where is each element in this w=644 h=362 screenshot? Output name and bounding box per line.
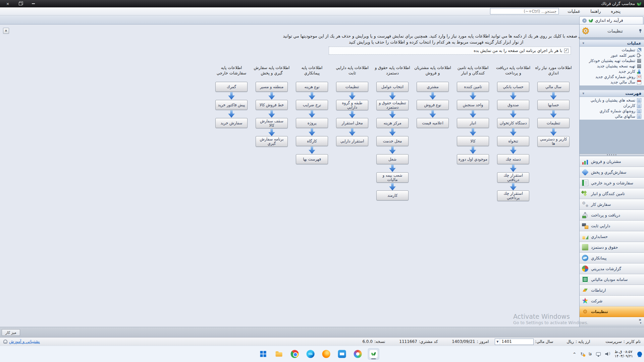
flow-button[interactable]: شغل xyxy=(376,154,409,164)
taskbar-clock[interactable]: ۰۸:۵۷ ق.ظ ۱۴۰۳/۰۹/۲۱ xyxy=(614,350,633,358)
flow-button[interactable]: دستگاه كارتخوان xyxy=(497,118,529,128)
language-indicator[interactable]: فا xyxy=(589,352,592,356)
menu-item-1[interactable]: راهنما xyxy=(590,9,601,14)
category-item[interactable]: سفارش‌گيري و پخش xyxy=(580,167,644,178)
pin-icon[interactable] xyxy=(639,29,642,33)
flow-button[interactable]: برنامه سفارش گيري xyxy=(256,136,288,147)
flow-button[interactable]: شعب بيمه و ماليات xyxy=(376,172,409,183)
menu-item-2[interactable]: عمليات xyxy=(568,9,580,14)
flow-button[interactable]: كارمند xyxy=(376,190,409,200)
nav-item[interactable]: تهيه نسخه پشتيبان جديد xyxy=(580,63,644,69)
category-item[interactable]: تامين كنندگان و انبار xyxy=(580,188,644,199)
flow-button[interactable]: نرخ ضرايب xyxy=(296,100,328,110)
category-item[interactable]: شركت xyxy=(580,296,644,306)
flow-button[interactable]: صندوق xyxy=(497,100,529,110)
taskbar-app-edge-icon[interactable] xyxy=(305,348,316,360)
flow-button[interactable]: خط فروش كالا xyxy=(256,100,288,110)
nav-item[interactable]: سالهاي مالي xyxy=(580,114,644,119)
nav-item[interactable]: كاربر جديد xyxy=(580,69,644,74)
nav-item[interactable]: كاربران xyxy=(580,103,644,108)
combo-arrow-icon[interactable]: ▼ xyxy=(495,339,500,345)
volume-icon[interactable] xyxy=(605,352,610,356)
flow-button[interactable]: دسته چك xyxy=(497,154,529,164)
flow-button[interactable]: كالا xyxy=(457,136,489,146)
flow-button[interactable]: موجودي اول دوره xyxy=(457,154,489,164)
category-item[interactable]: سفارشات و خريد خارجي xyxy=(580,178,644,188)
flow-button[interactable]: استقرار چك دريافتي xyxy=(497,172,529,183)
desk-tab[interactable]: ميز كار xyxy=(2,329,20,336)
flow-button[interactable]: واحد سنجش xyxy=(457,100,489,110)
nav-item[interactable]: روش شماره گذاري جديد xyxy=(580,74,644,79)
nav-item[interactable]: تنظيمات تهيه پشتيبان خودكار xyxy=(580,58,644,63)
flow-button[interactable]: تنظيمات xyxy=(336,82,368,92)
category-item[interactable]: ارتباطات xyxy=(580,285,644,296)
flow-button[interactable]: فهرست بها xyxy=(296,154,328,164)
flow-button[interactable]: نوع هزينه xyxy=(296,82,328,92)
flow-button[interactable]: مركز هزينه xyxy=(376,118,409,128)
search-input[interactable] xyxy=(490,8,559,14)
page-close-button[interactable]: × xyxy=(3,28,9,34)
flow-button[interactable]: پروژه xyxy=(296,118,328,128)
flow-button[interactable]: سقف سفارش كالا xyxy=(256,118,288,128)
category-selected[interactable]: تنظيمات xyxy=(580,306,644,317)
taskbar-app-chrome-icon[interactable] xyxy=(289,348,301,360)
taskbar-app-start-icon[interactable] xyxy=(258,348,269,360)
collapse-chevron-icon[interactable]: « xyxy=(582,42,585,44)
flow-button[interactable]: منطقه و مسير xyxy=(256,82,288,92)
notifications-bell-icon[interactable] xyxy=(637,352,642,356)
flow-button[interactable]: انبار xyxy=(457,118,489,128)
flow-button[interactable]: محل استقرار xyxy=(336,118,368,128)
taskbar-app-fartak-icon[interactable] xyxy=(368,348,379,360)
flow-button[interactable]: تنظيمات حقوق و دستمزد xyxy=(376,100,409,110)
taskbar-app-mail-icon[interactable] xyxy=(336,348,348,360)
flow-button[interactable]: سال مالي xyxy=(537,82,570,92)
nav-item[interactable]: نسخه هاي پشتيبان و بازيابي xyxy=(580,98,644,103)
flow-button[interactable]: محل خدمت xyxy=(376,136,409,146)
tab-setup-process[interactable]: فرآيند راه اندازي xyxy=(579,16,643,24)
flow-button[interactable]: كاربر و دسترسي ها xyxy=(537,136,570,147)
flow-button[interactable]: پيش فاكتور خريد xyxy=(215,100,248,110)
flow-button[interactable]: تنخواه xyxy=(497,136,529,146)
fiscal-year-combobox[interactable]: ▼ 1401 xyxy=(495,339,534,345)
category-item[interactable]: مشتريان و فروش xyxy=(580,156,644,167)
flow-button[interactable]: طبقه و گروه دارايي xyxy=(336,100,368,110)
flow-button[interactable]: مشتري xyxy=(417,82,449,92)
flow-button[interactable]: حساب بانكي xyxy=(497,82,529,92)
flow-button[interactable]: استقرار دارايي xyxy=(336,136,368,146)
network-icon[interactable] xyxy=(596,352,601,356)
flow-button[interactable]: اعلاميه قيمت xyxy=(417,118,449,128)
flow-button[interactable]: تنظيمات xyxy=(537,118,570,128)
show-on-startup-checkbox[interactable] xyxy=(564,49,569,53)
collapse-chevron-icon[interactable]: « xyxy=(582,92,585,94)
flow-button[interactable]: گمرك xyxy=(215,82,248,92)
support-link[interactable]: پشتيباني و آموزش xyxy=(3,339,40,344)
window-minimize-icon[interactable] xyxy=(28,1,38,6)
category-item[interactable]: حقوق و دستمزد xyxy=(580,242,644,253)
flow-button[interactable]: نوع فروش xyxy=(417,100,449,110)
category-item[interactable]: حسابداري xyxy=(580,231,644,242)
flow-button[interactable]: استقرار چك پرداختي xyxy=(497,190,529,201)
sidebar-splitter[interactable]: ••••• xyxy=(580,154,644,156)
taskbar-app-photos-icon[interactable] xyxy=(352,348,364,360)
nav-item[interactable]: سال مالي جديد xyxy=(580,79,644,85)
menu-item-0[interactable]: پنجره xyxy=(611,9,621,14)
flow-button[interactable]: انتخاب عوامل xyxy=(376,82,409,92)
update-sync-icon[interactable]: ↻ xyxy=(580,352,584,356)
taskbar-app-explorer-icon[interactable] xyxy=(273,348,285,360)
window-close-icon[interactable]: × xyxy=(3,1,13,6)
category-item[interactable]: دارايي ثابت xyxy=(580,221,644,231)
window-restore-icon[interactable] xyxy=(15,1,25,6)
flow-button[interactable]: سفارش خريد xyxy=(215,118,248,128)
taskbar-app-firefox-icon[interactable] xyxy=(321,348,332,360)
flow-button[interactable]: حسابها xyxy=(537,100,570,110)
nav-item[interactable]: روشهاي شماره گذاري xyxy=(580,108,644,114)
category-item[interactable]: دريافت و پرداخت xyxy=(580,210,644,221)
flow-button[interactable]: تامين كننده xyxy=(457,82,489,92)
category-item[interactable]: سامانه موديان مالياتي xyxy=(580,274,644,285)
nav-item[interactable]: تغيير كلمه عبور xyxy=(580,53,644,58)
category-item[interactable]: پيمانكاري xyxy=(580,253,644,263)
tab-close-icon[interactable] xyxy=(582,18,587,23)
hidden-icons-chevron-icon[interactable]: ^ xyxy=(573,352,576,356)
category-item[interactable]: سفارش كار xyxy=(580,199,644,210)
flow-button[interactable]: كارگاه xyxy=(296,136,328,146)
